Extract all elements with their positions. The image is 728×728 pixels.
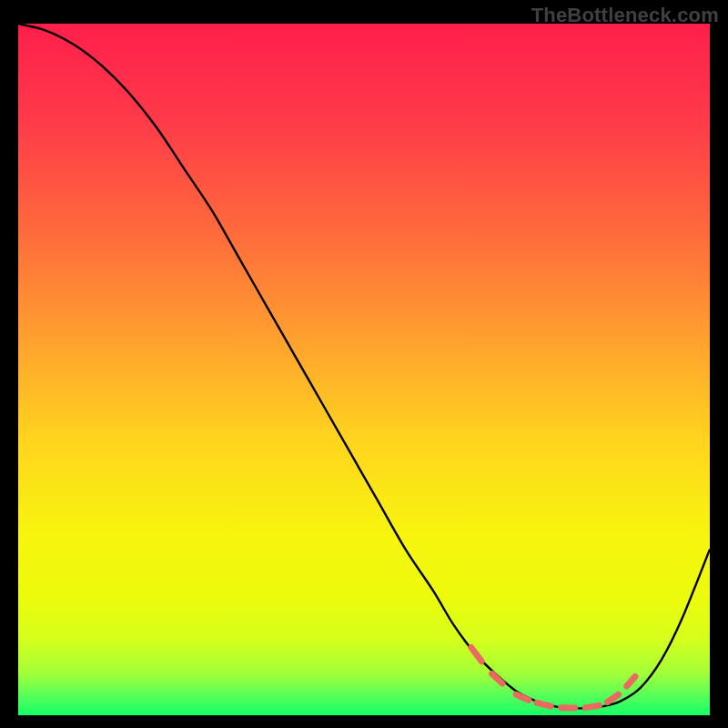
optimal-dash xyxy=(627,676,635,686)
optimal-dash xyxy=(492,673,502,683)
optimal-dash xyxy=(516,694,529,700)
bottleneck-curve-line xyxy=(18,24,710,708)
optimal-dash xyxy=(471,648,481,662)
curve-svg xyxy=(18,24,710,715)
plot-area xyxy=(18,24,710,715)
optimal-range-markers xyxy=(471,648,635,709)
optimal-dash xyxy=(537,703,551,706)
optimal-dash xyxy=(608,694,619,702)
chart-container: TheBottleneck.com xyxy=(0,0,728,728)
optimal-dash xyxy=(585,705,599,707)
